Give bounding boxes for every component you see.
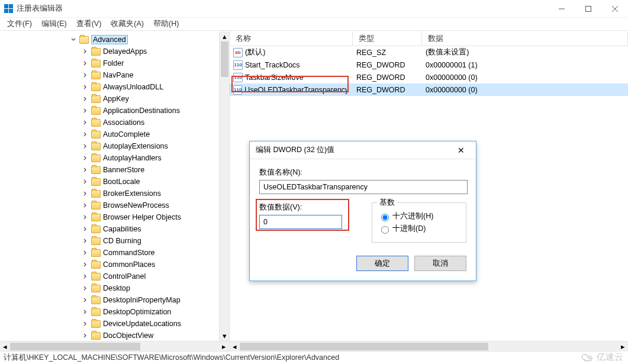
tree-hscroll-thumb[interactable]	[10, 343, 140, 350]
expand-icon[interactable]	[82, 261, 89, 268]
expand-icon[interactable]	[82, 190, 89, 197]
expand-icon[interactable]	[82, 119, 89, 126]
tree-node[interactable]: CommonPlaces	[0, 259, 229, 270]
menu-bar: 文件(F) 编辑(E) 查看(V) 收藏夹(A) 帮助(H)	[0, 18, 628, 31]
ok-button[interactable]: 确定	[356, 256, 408, 271]
tree-node[interactable]: NavPane	[0, 69, 229, 81]
tree-node[interactable]: BrowseNewProcess	[0, 199, 229, 211]
menu-help[interactable]: 帮助(H)	[149, 18, 183, 30]
expand-icon[interactable]	[82, 166, 89, 173]
radio-hex[interactable]: 十六进制(H)	[378, 211, 460, 221]
tree-node[interactable]: Folder	[0, 57, 229, 69]
expand-icon[interactable]	[82, 320, 89, 327]
expand-icon[interactable]	[82, 332, 89, 339]
tree-node[interactable]: DeviceUpdateLocations	[0, 318, 229, 330]
tree-node[interactable]: AlwaysUnloadDLL	[0, 81, 229, 93]
tree-node[interactable]: ApplicationDestinations	[0, 105, 229, 117]
expand-icon[interactable]	[82, 178, 89, 185]
tree-node[interactable]: Browser Helper Objects	[0, 211, 229, 223]
tree-node[interactable]: AutoComplete	[0, 128, 229, 140]
dialog-titlebar[interactable]: 编辑 DWORD (32 位)值 ✕	[250, 141, 476, 159]
dialog-close-button[interactable]: ✕	[452, 146, 470, 155]
tree-hscrollbar[interactable]: ◂ ▸	[0, 341, 229, 351]
list-hscroll-thumb[interactable]	[240, 343, 488, 350]
tree-node[interactable]: AppKey	[0, 93, 229, 105]
scroll-down-icon[interactable]: ▾	[220, 331, 229, 341]
tree-node[interactable]: BrokerExtensions	[0, 188, 229, 199]
tree-node-label: AutoplayHandlers	[103, 154, 162, 162]
expand-icon[interactable]	[82, 285, 89, 292]
scroll-left-icon[interactable]: ◂	[230, 342, 240, 352]
expand-icon[interactable]	[82, 143, 89, 150]
expand-icon[interactable]	[82, 154, 89, 162]
tree-node[interactable]: CommandStore	[0, 247, 229, 259]
list-row[interactable]: 110TaskbarSizeMoveREG_DWORD0x00000000 (0…	[230, 71, 628, 83]
tree-node[interactable]: CD Burning	[0, 235, 229, 247]
dialog-title: 编辑 DWORD (32 位)值	[256, 145, 452, 155]
tree-node-label: BrokerExtensions	[103, 189, 161, 198]
tree-node[interactable]: Associations	[0, 117, 229, 128]
tree-node[interactable]: BannerStore	[0, 164, 229, 176]
tree-node[interactable]: DesktopOptimization	[0, 306, 229, 318]
list-row[interactable]: ab(默认)REG_SZ(数值未设置)	[230, 46, 628, 59]
tree-node-advanced[interactable]: Advanced	[0, 34, 229, 46]
radio-hex-input[interactable]	[381, 214, 389, 221]
tree-vscrollbar[interactable]: ▴ ▾	[219, 31, 229, 341]
expand-icon[interactable]	[82, 226, 89, 233]
value-name-input[interactable]	[259, 180, 468, 194]
expand-icon[interactable]	[82, 297, 89, 304]
value-name: Start_TrackDocs	[245, 61, 300, 69]
expand-icon[interactable]	[82, 214, 89, 221]
column-data[interactable]: 数据	[422, 31, 628, 46]
expand-icon[interactable]	[82, 202, 89, 209]
menu-file[interactable]: 文件(F)	[2, 18, 37, 30]
tree-node-label: ApplicationDestinations	[103, 107, 180, 115]
expand-icon[interactable]	[82, 308, 89, 315]
column-type[interactable]: 类型	[353, 31, 422, 46]
tree-scroll-thumb[interactable]	[221, 41, 228, 77]
tree-node[interactable]: Capabilities	[0, 223, 229, 235]
collapse-icon[interactable]	[70, 36, 77, 43]
list-row[interactable]: 110Start_TrackDocsREG_DWORD0x00000001 (1…	[230, 59, 628, 71]
tree-node[interactable]: Desktop	[0, 282, 229, 294]
maximize-button[interactable]	[575, 0, 601, 18]
tree-node[interactable]: AutoplayExtensions	[0, 140, 229, 152]
scroll-right-icon[interactable]: ▸	[618, 342, 628, 352]
scroll-right-icon[interactable]: ▸	[219, 342, 229, 351]
expand-icon[interactable]	[82, 95, 89, 102]
expand-icon[interactable]	[82, 72, 89, 79]
minimize-button[interactable]	[548, 0, 575, 18]
scroll-up-icon[interactable]: ▴	[220, 31, 229, 41]
column-name[interactable]: 名称	[230, 31, 353, 46]
list-hscrollbar[interactable]: ◂ ▸	[230, 341, 628, 351]
tree-node[interactable]: DesktopIniPropertyMap	[0, 294, 229, 306]
folder-icon	[91, 285, 101, 292]
tree-node[interactable]: DocObjectView	[0, 330, 229, 342]
list-row[interactable]: 110UseOLEDTaskbarTransparencyREG_DWORD0x…	[230, 83, 628, 96]
radio-dec[interactable]: 十进制(D)	[378, 224, 460, 234]
tree-node[interactable]: DelayedApps	[0, 46, 229, 57]
cancel-button[interactable]: 取消	[414, 256, 466, 271]
tree-node-label: BrowseNewProcess	[103, 201, 169, 210]
tree-node-label: BootLocale	[103, 178, 140, 186]
tree-node[interactable]: AutoplayHandlers	[0, 152, 229, 164]
expand-icon[interactable]	[82, 48, 89, 55]
expand-icon[interactable]	[82, 107, 89, 114]
tree-node[interactable]: ControlPanel	[0, 270, 229, 282]
scroll-left-icon[interactable]: ◂	[0, 342, 10, 351]
menu-view[interactable]: 查看(V)	[72, 18, 107, 30]
value-type: REG_SZ	[353, 46, 422, 59]
close-button[interactable]	[601, 0, 628, 18]
expand-icon[interactable]	[82, 237, 89, 244]
expand-icon[interactable]	[82, 131, 89, 138]
radio-dec-input[interactable]	[381, 226, 389, 234]
tree-node-label: CommonPlaces	[103, 260, 155, 269]
expand-icon[interactable]	[82, 249, 89, 256]
expand-icon[interactable]	[82, 60, 89, 67]
expand-icon[interactable]	[82, 273, 89, 280]
value-data-input[interactable]	[259, 215, 342, 229]
menu-edit[interactable]: 编辑(E)	[37, 18, 72, 30]
expand-icon[interactable]	[82, 83, 89, 91]
tree-node[interactable]: BootLocale	[0, 176, 229, 188]
menu-favorites[interactable]: 收藏夹(A)	[106, 18, 149, 30]
